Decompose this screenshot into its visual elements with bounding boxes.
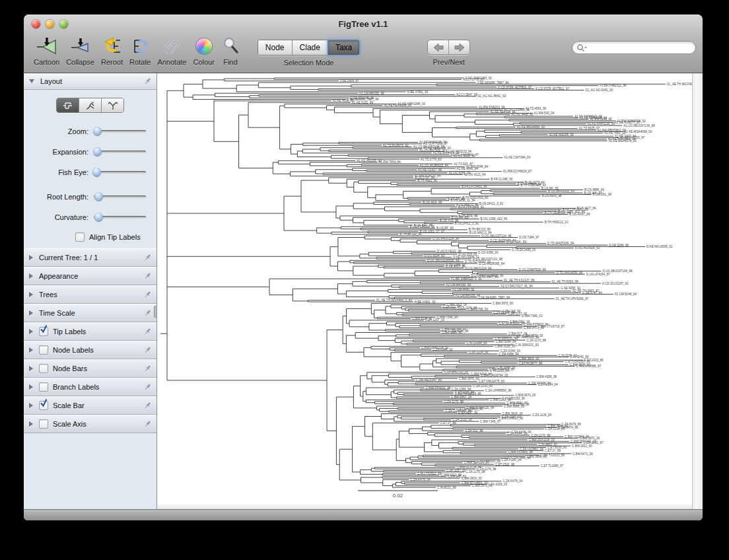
scale-bar-checkbox[interactable] (39, 401, 48, 410)
svg-text:A1.KE.NIS205_00: A1.KE.NIS205_00 (357, 159, 382, 162)
sidebar-section-node-bars[interactable]: Node Bars (24, 359, 156, 378)
slider-thumb[interactable] (94, 192, 103, 201)
zoom-button[interactable] (59, 20, 68, 28)
pin-icon[interactable] (144, 272, 151, 280)
selection-mode-clade[interactable]: Clade (293, 40, 328, 55)
layout-mode-radial[interactable] (102, 98, 123, 112)
pin-icon[interactable] (144, 365, 151, 372)
sidebar-section-branch-labels[interactable]: Branch Labels (24, 378, 156, 396)
slider-thumb[interactable] (93, 127, 102, 135)
colour-button[interactable]: Colour (193, 34, 214, 66)
pin-icon[interactable] (144, 77, 151, 85)
slider-thumb[interactable] (92, 168, 101, 176)
svg-text:B.FR.CL288_93: B.FR.CL288_93 (491, 178, 512, 181)
selection-mode-node[interactable]: Node (258, 40, 293, 55)
align-tip-labels-label: Align Tip Labels (89, 233, 141, 241)
close-button[interactable] (32, 20, 40, 28)
disclosure-closed-icon[interactable] (29, 366, 33, 371)
zoomslider[interactable] (94, 130, 146, 133)
svg-text:A1.KE.MSA4069_00: A1.KE.MSA4069_00 (624, 130, 652, 133)
svg-text:B.FR.LFU3401_96: B.FR.LFU3401_96 (462, 185, 487, 188)
sidebar-section-scale-bar[interactable]: Scale Bar (24, 396, 156, 415)
svg-text:A1.RW.5198_90: A1.RW.5198_90 (590, 118, 612, 121)
svg-text:C.ZA.1170_98: C.ZA.1170_98 (444, 400, 464, 403)
disclosure-closed-icon[interactable] (29, 384, 33, 390)
scale-axis-checkbox[interactable] (39, 419, 48, 429)
slider-thumb[interactable] (94, 213, 103, 221)
sidebar-section-scale-axis[interactable]: Scale Axis (24, 415, 156, 433)
disclosure-closed-icon[interactable] (29, 310, 33, 316)
sidebar-section-tip-labels[interactable]: Tip Labels (24, 322, 156, 341)
cartoon-button[interactable]: Cartoon (34, 34, 59, 66)
tip-labels-checkbox[interactable] (39, 327, 48, 336)
svg-text:A1.TZ.RG5676_92: A1.TZ.RG5676_92 (383, 144, 409, 147)
svg-text:C.MW.XN8988_87: C.MW.XN8988_87 (576, 365, 601, 368)
expansionslider[interactable] (94, 151, 146, 153)
search-input[interactable] (572, 41, 696, 54)
svg-text:H.BE.VI991_93: H.BE.VI991_93 (415, 300, 436, 304)
minimize-button[interactable] (46, 20, 54, 28)
reroot-button[interactable]: Reroot (101, 34, 123, 66)
svg-text:B.US.1001_07_97: B.US.1001_07_97 (420, 230, 445, 233)
disclosure-closed-icon[interactable] (29, 329, 33, 334)
pin-icon[interactable] (144, 402, 151, 409)
disclosure-open-icon[interactable] (29, 79, 34, 83)
svg-text:C.ZA.K476_04: C.ZA.K476_04 (410, 478, 431, 481)
section-label: Trees (39, 291, 144, 298)
svg-text:01_AE.TH.90CF402_1_90: 01_AE.TH.90CF402_1_90 (376, 298, 413, 302)
node-bars-checkbox[interactable] (39, 364, 48, 373)
svg-text:C.BW.6471_00: C.BW.6471_00 (573, 452, 593, 456)
next-arrow-icon (453, 42, 466, 53)
rotate-button[interactable]: Rotate (129, 34, 151, 66)
pin-icon[interactable] (144, 420, 151, 428)
fish-eyeslider[interactable] (94, 171, 146, 174)
sidebar-section-current-tree-1-1[interactable]: Current Tree: 1 / 1 (24, 248, 156, 267)
pin-icon[interactable] (144, 383, 151, 391)
svg-text:C.ZA.1210_00: C.ZA.1210_00 (473, 384, 493, 388)
sidebar-section-trees[interactable]: Trees (24, 285, 156, 304)
sidebar-section-time-scale[interactable]: Time Scale (24, 304, 156, 322)
vertical-scrollbar[interactable] (692, 73, 703, 509)
pin-icon[interactable] (144, 309, 151, 317)
sidebar-section-appearance[interactable]: Appearance (24, 267, 156, 285)
svg-text:F2.CM.MP255_99: F2.CM.MP255_99 (456, 294, 481, 297)
branch-labels-checkbox[interactable] (39, 382, 48, 392)
svg-text:C.BW.ZSX1118_03: C.BW.ZSX1118_03 (529, 438, 555, 442)
layout-mode-control (56, 98, 124, 113)
svg-text:F2.CM.4640_92: F2.CM.4640_92 (452, 288, 474, 291)
next-button[interactable] (449, 40, 469, 54)
disclosure-closed-icon[interactable] (29, 347, 33, 353)
phylogeny-canvas[interactable]: G.NG.92NG083_92A2.CY.2778_83J.SE.2909_87… (157, 73, 692, 509)
svg-text:B.UG.1299_d22_96: B.UG.1299_d22_96 (481, 217, 508, 221)
root-lengthslider[interactable] (94, 195, 146, 198)
find-button[interactable]: Find (221, 34, 240, 66)
curvatureslider[interactable] (94, 216, 146, 219)
selection-mode-taxa[interactable]: Taxa (328, 40, 359, 55)
annotate-button[interactable]: Annotate (157, 34, 186, 66)
section-label: Scale Bar (53, 402, 144, 409)
node-labels-checkbox[interactable] (39, 345, 48, 355)
pin-icon[interactable] (144, 346, 151, 354)
layout-mode-polar[interactable] (79, 98, 102, 112)
svg-text:C.ZA.1157_00: C.ZA.1157_00 (446, 469, 466, 472)
tree-viewport[interactable]: G.NG.92NG083_92A2.CY.2778_83J.SE.2909_87… (157, 73, 692, 509)
disclosure-closed-icon[interactable] (29, 273, 33, 279)
disclosure-closed-icon[interactable] (29, 292, 33, 297)
sidebar-section-node-labels[interactable]: Node Labels (24, 341, 156, 359)
align-tip-labels-checkbox[interactable] (75, 232, 85, 242)
pin-icon[interactable] (144, 254, 151, 262)
svg-text:C.ET.TL1080_97: C.ET.TL1080_97 (541, 464, 564, 468)
disclosure-closed-icon[interactable] (29, 255, 33, 260)
title-bar[interactable]: FigTree v1.1 (24, 15, 703, 33)
layout-panel-header[interactable]: Layout (24, 73, 156, 90)
pin-icon[interactable] (144, 291, 151, 298)
disclosure-closed-icon[interactable] (29, 421, 33, 427)
prev-button[interactable] (428, 40, 449, 54)
svg-text:C.ZA.BN1720_03: C.ZA.BN1720_03 (444, 370, 468, 374)
layout-mode-rectangular[interactable] (57, 98, 79, 112)
svg-text:C.BW.3970_00: C.BW.3970_00 (472, 484, 493, 487)
pin-icon[interactable] (144, 328, 151, 335)
disclosure-closed-icon[interactable] (29, 403, 33, 408)
collapse-button[interactable]: Collapse (66, 34, 94, 66)
slider-thumb[interactable] (93, 147, 102, 156)
